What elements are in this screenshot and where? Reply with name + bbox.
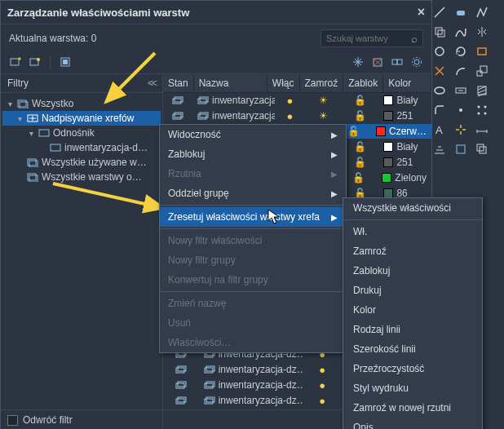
- ctx-isolate[interactable]: Oddziel grupę▶: [160, 184, 346, 203]
- tool-offset[interactable]: [475, 142, 489, 157]
- search-icon[interactable]: ⌕: [409, 33, 419, 45]
- tool-copy[interactable]: [432, 24, 447, 39]
- sub-on[interactable]: Wł.: [343, 222, 482, 241]
- tool-fillet[interactable]: [432, 103, 447, 117]
- bulb-icon[interactable]: ●: [319, 379, 325, 391]
- tool-ellipse[interactable]: [432, 83, 447, 98]
- bulb-icon[interactable]: ●: [287, 110, 294, 122]
- tool-arc[interactable]: [453, 64, 468, 78]
- tree-item-all[interactable]: ▾Wszystko: [2, 96, 161, 111]
- sub-freeze-vp[interactable]: Zamroź w nowej rzutni: [343, 398, 482, 418]
- layer-state-icon: [175, 380, 187, 390]
- col-kolor[interactable]: Kolor: [383, 74, 431, 92]
- sub-lineweight[interactable]: Szerokość linii: [343, 339, 482, 359]
- lock-icon[interactable]: 🔓: [354, 141, 366, 153]
- invert-filter-checkbox[interactable]: [7, 415, 18, 426]
- sun-icon[interactable]: ☀: [319, 95, 328, 106]
- delete-layer-icon[interactable]: [371, 55, 384, 69]
- tool-eraser[interactable]: [453, 5, 468, 20]
- ctx-visibility[interactable]: Widoczność▶: [160, 125, 346, 144]
- tool-align[interactable]: [432, 142, 447, 157]
- tool-dim[interactable]: [475, 122, 489, 137]
- sub-desc[interactable]: Opis: [343, 418, 482, 429]
- lock-icon[interactable]: 🔓: [352, 172, 365, 184]
- settings-icon[interactable]: [410, 55, 423, 69]
- tool-array[interactable]: [475, 103, 489, 117]
- tree-item-xref-override[interactable]: ▾Nadpisywanie xrefów: [2, 111, 161, 126]
- col-zablok[interactable]: Zablok: [343, 74, 383, 92]
- color-swatch[interactable]: [383, 95, 393, 105]
- tool-scale[interactable]: [475, 64, 489, 78]
- bulb-icon[interactable]: ●: [319, 364, 325, 376]
- sub-lock[interactable]: Zablokuj: [343, 261, 482, 281]
- lock-icon[interactable]: 🔓: [347, 126, 360, 137]
- dialog-titlebar[interactable]: Zarządzanie właściwościami warstw ×: [1, 1, 431, 24]
- tool-circle[interactable]: [432, 44, 447, 59]
- tool-rotate[interactable]: [453, 44, 468, 59]
- sub-transp[interactable]: Przeźroczystość: [343, 359, 482, 378]
- layer-icon: [204, 380, 215, 390]
- svg-rect-34: [51, 144, 60, 151]
- sub-color[interactable]: Kolor: [343, 300, 482, 320]
- svg-rect-2: [435, 28, 442, 34]
- tool-explode[interactable]: [453, 122, 468, 137]
- sub-linetype[interactable]: Rodzaj linii: [343, 320, 482, 339]
- tool-spline[interactable]: [453, 24, 468, 39]
- col-zamroz[interactable]: Zamroź: [300, 74, 344, 92]
- ctx-lock[interactable]: Zablokuj▶: [160, 144, 346, 164]
- bulb-icon[interactable]: ●: [287, 95, 294, 107]
- color-name: 251: [396, 110, 413, 122]
- lock-icon[interactable]: 🔓: [354, 157, 366, 168]
- tool-stretch[interactable]: [453, 83, 468, 98]
- close-icon[interactable]: ×: [418, 5, 425, 20]
- dialog-title: Zarządzanie właściwościami warstw: [7, 7, 189, 19]
- new-layer-icon[interactable]: [9, 55, 22, 69]
- col-stan[interactable]: Stan: [163, 74, 194, 92]
- sun-icon[interactable]: ☀: [319, 110, 328, 122]
- ctx-viewport: Rzutnia▶: [160, 164, 346, 184]
- tree-item-xref[interactable]: ▾Odnośnik: [2, 126, 161, 140]
- sub-plotstyle[interactable]: Styl wydruku: [343, 378, 482, 398]
- layer-states-icon[interactable]: [59, 55, 72, 69]
- color-swatch[interactable]: [376, 126, 386, 136]
- merge-icon[interactable]: [391, 55, 404, 69]
- color-swatch[interactable]: [383, 157, 393, 167]
- color-swatch[interactable]: [382, 173, 391, 183]
- tool-block[interactable]: [453, 142, 468, 157]
- ctx-reset-xref[interactable]: Zresetuj właściwości warstwy xrefa▶: [160, 207, 346, 227]
- svg-point-15: [484, 113, 487, 115]
- sub-all[interactable]: Wszystkie właściwości: [343, 198, 482, 218]
- collapse-icon[interactable]: <<: [148, 77, 156, 89]
- sub-freeze[interactable]: Zamroź: [343, 241, 482, 261]
- svg-rect-33: [39, 130, 49, 136]
- freeze-new-icon[interactable]: [351, 55, 365, 69]
- tool-polyline[interactable]: [475, 5, 489, 20]
- col-wlacz[interactable]: Włąc: [267, 74, 300, 92]
- tool-point[interactable]: [453, 103, 468, 117]
- lock-icon[interactable]: 🔓: [354, 110, 366, 122]
- tree-item-allo[interactable]: Wszystkie warstwy o…: [2, 170, 161, 184]
- search-input[interactable]: [325, 33, 409, 44]
- tool-hatch[interactable]: [475, 83, 489, 98]
- tool-mirror[interactable]: [475, 24, 489, 39]
- bulb-icon[interactable]: ●: [319, 395, 325, 407]
- color-swatch[interactable]: [383, 111, 393, 121]
- col-nazwa[interactable]: Nazwa: [194, 74, 267, 92]
- color-swatch[interactable]: [383, 142, 393, 152]
- table-row[interactable]: inwentaryzacja-dz…●☀🔓251: [163, 108, 431, 124]
- ctx-props: Właściwości…: [160, 333, 346, 352]
- tree-item-inw[interactable]: inwentaryzacja-d…: [2, 140, 161, 155]
- tool-rect[interactable]: [475, 44, 489, 59]
- svg-point-29: [413, 58, 422, 67]
- color-name: Biały: [396, 141, 418, 153]
- tree-item-used[interactable]: Wszystkie używane w…: [2, 155, 161, 170]
- table-row[interactable]: inwentaryzacja-dz…●☀🔓Biały: [163, 93, 431, 108]
- tool-trim[interactable]: [432, 64, 447, 78]
- sub-plot[interactable]: Drukuj: [343, 281, 482, 300]
- lock-icon[interactable]: 🔓: [354, 95, 366, 106]
- layer-name: inwentaryzacja-dz…: [219, 379, 304, 391]
- new-filter-icon[interactable]: [29, 55, 42, 69]
- search-field[interactable]: ⌕: [321, 29, 423, 47]
- tool-text[interactable]: A: [432, 122, 447, 137]
- tool-line[interactable]: [432, 5, 447, 20]
